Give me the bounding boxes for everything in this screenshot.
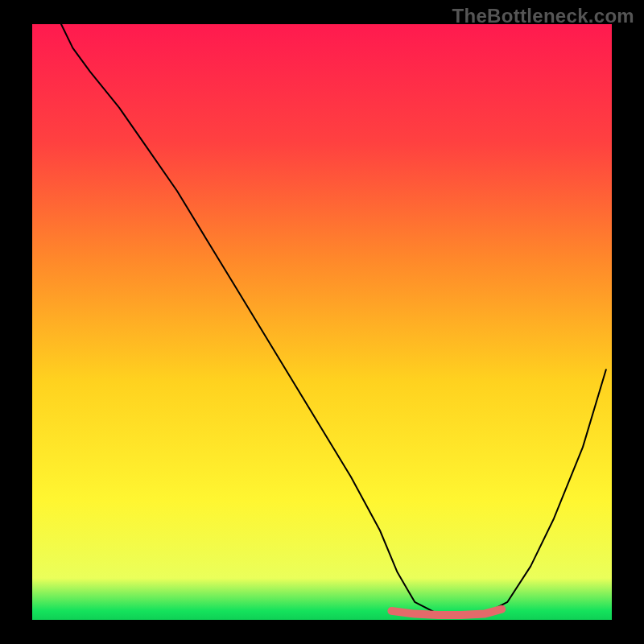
bottleneck-chart xyxy=(0,0,644,644)
chart-frame: TheBottleneck.com xyxy=(0,0,644,644)
watermark-label: TheBottleneck.com xyxy=(452,5,634,27)
plot-background xyxy=(32,24,612,620)
